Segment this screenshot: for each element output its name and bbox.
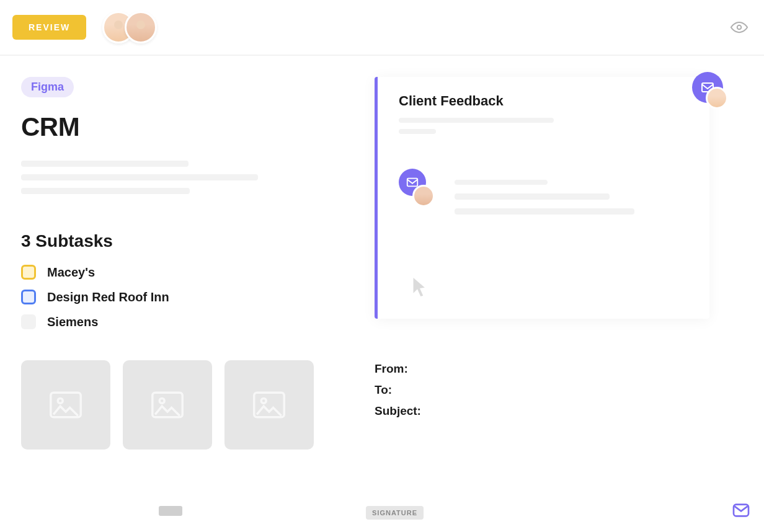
svg-point-6 [261,398,266,403]
feedback-message [399,169,685,234]
description-placeholder [21,174,258,180]
attachment-thumbnail[interactable] [224,360,314,450]
svg-point-2 [58,398,63,403]
text-placeholder [455,208,634,215]
subtask-label: Macey's [47,265,95,280]
header-bar: REVIEW [0,0,764,55]
assignee-avatars[interactable] [102,11,157,43]
subtask-checkbox[interactable] [21,290,36,304]
svg-point-0 [737,25,742,30]
subtask-label: Design Red Roof Inn [47,290,169,304]
avatar[interactable] [125,11,157,43]
compose-subject-label: Subject: [375,404,764,418]
text-placeholder [399,118,554,123]
email-badge[interactable] [692,72,723,103]
avatar [412,185,435,207]
text-placeholder [455,193,610,200]
svg-rect-8 [407,179,418,187]
subtask-checkbox[interactable] [21,265,36,280]
attachment-thumbnail[interactable] [21,360,110,450]
description-placeholder [21,161,189,167]
attachment-thumbnail[interactable] [123,360,212,450]
watch-icon[interactable] [727,15,752,40]
task-details: Figma CRM 3 Subtasks Macey's Design Red … [21,77,344,450]
subtasks-heading: 3 Subtasks [21,231,344,251]
footer-placeholder [159,506,182,516]
client-feedback-card: Client Feedback [375,77,709,319]
subtask-checkbox[interactable] [21,314,36,329]
email-compose: From: To: Subject: [375,362,764,418]
description-placeholder [21,188,190,194]
text-placeholder [455,180,548,185]
compose-from-label: From: [375,362,764,376]
svg-point-4 [159,398,164,403]
text-placeholder [399,129,436,134]
project-chip[interactable]: Figma [21,77,74,97]
avatar [706,87,728,109]
subtask-item[interactable]: Siemens [21,314,344,329]
subtask-item[interactable]: Design Red Roof Inn [21,290,344,304]
review-button[interactable]: REVIEW [12,15,86,40]
subtask-item[interactable]: Macey's [21,265,344,280]
signature-badge[interactable]: SIGNATURE [366,506,424,520]
subtask-label: Siemens [47,315,98,329]
task-title: CRM [21,112,344,142]
feedback-card-title: Client Feedback [399,93,685,109]
compose-email-button[interactable] [729,499,753,522]
attachment-thumbnails [21,360,344,450]
compose-to-label: To: [375,383,764,397]
pointer-icon [411,278,429,299]
